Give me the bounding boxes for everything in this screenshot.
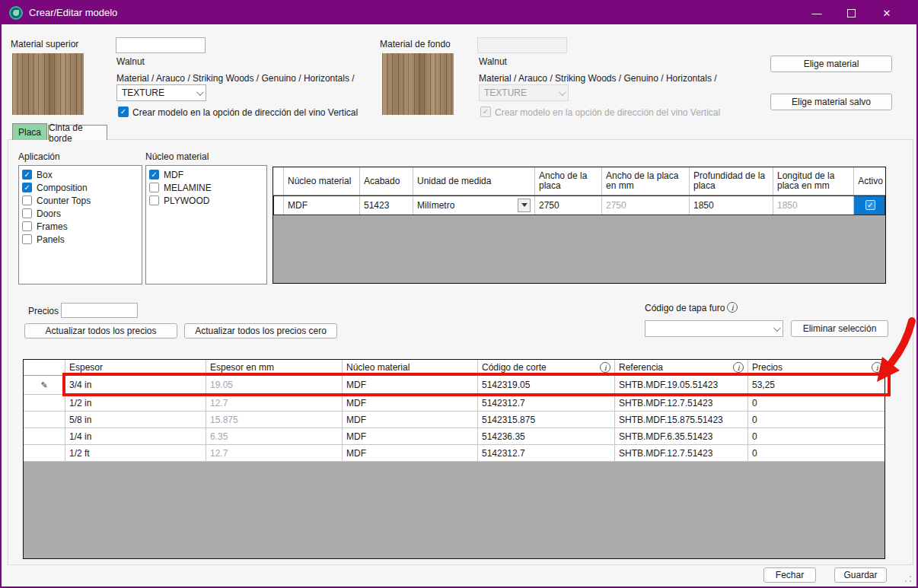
nucleo-material-listbox: ✓MDF MELAMINE PLYWOOD: [145, 165, 267, 284]
list-item-plywood[interactable]: PLYWOOD: [148, 194, 265, 207]
material-fondo-name: Walnut: [479, 56, 507, 67]
codigo-tapa-furo-label: Código de tapa furo: [645, 303, 725, 313]
checkbox-icon[interactable]: [22, 208, 32, 218]
material-superior-map-select[interactable]: TEXTURE: [116, 84, 206, 101]
espesor-grid-header: Espesor Espesor en mm Núcleo material Có…: [24, 360, 885, 376]
unidad-medida-cell[interactable]: Milímetro: [413, 195, 535, 215]
maximize-icon: [847, 9, 856, 17]
minimize-button[interactable]: —: [800, 2, 834, 24]
chevron-down-icon: [769, 326, 783, 332]
clear-selection-button[interactable]: Eliminar selección: [791, 320, 888, 337]
info-icon: i: [872, 362, 882, 373]
choose-saved-material-button[interactable]: Elige material salvo: [770, 94, 892, 110]
material-fondo-name-input: [477, 37, 567, 53]
list-item-frames[interactable]: Frames: [21, 220, 140, 233]
placa-grid-row[interactable]: MDF 51423 Milímetro 2750 2750 1850 1850 …: [273, 195, 885, 215]
update-all-prices-button[interactable]: Actualizar todos los precios: [24, 323, 177, 338]
material-fondo-label: Material de fondo: [380, 39, 451, 49]
table-row[interactable]: 1/4 in 6.35 MDF 514236.35 SHTB.MDF.6.35.…: [24, 428, 885, 445]
table-row[interactable]: ✎ 3/4 in 19.05 MDF 5142319.05 SHTB.MDF.1…: [24, 376, 885, 395]
vertical-direction-checkbox[interactable]: ✓: [118, 106, 129, 117]
activo-checkbox[interactable]: ✓: [865, 200, 875, 210]
cell-dropdown-button[interactable]: [518, 199, 531, 212]
codigo-tapa-furo-select[interactable]: [645, 320, 783, 337]
list-item-melamine[interactable]: MELAMINE: [148, 181, 265, 194]
checkbox-icon[interactable]: ✓: [22, 170, 32, 180]
checkbox-icon[interactable]: [22, 234, 32, 244]
aplicacion-listbox: ✓Box ✓Composition Counter Tops Doors Fra…: [18, 165, 142, 284]
chevron-down-icon: [554, 91, 568, 96]
material-fondo-swatch[interactable]: [382, 53, 454, 115]
material-superior-name: Walnut: [116, 56, 145, 67]
choose-material-button[interactable]: Elige material: [770, 56, 892, 72]
checkbox-icon[interactable]: [149, 183, 159, 192]
table-row[interactable]: 1/2 in 12.7 MDF 5142312.7 SHTB.MDF.12.7.…: [24, 395, 885, 412]
list-item-mdf[interactable]: ✓MDF: [148, 168, 265, 181]
edit-pencil-icon: ✎: [40, 380, 47, 390]
info-icon: i: [733, 362, 744, 373]
nucleo-material-label: Núcleo material: [145, 151, 209, 162]
close-button[interactable]: ✕: [870, 2, 904, 24]
close-dialog-button[interactable]: Fechar: [763, 567, 816, 583]
maximize-button[interactable]: [834, 2, 868, 24]
precios-input[interactable]: [61, 303, 138, 318]
checkbox-icon[interactable]: [149, 195, 159, 205]
list-item-counter-tops[interactable]: Counter Tops: [21, 194, 140, 207]
info-icon: i: [727, 302, 738, 313]
resize-grip[interactable]: [904, 575, 912, 583]
chevron-down-icon: [192, 91, 206, 96]
update-all-prices-zero-button[interactable]: Actualizar todos los precios cero: [184, 323, 337, 338]
checkbox-icon[interactable]: ✓: [22, 183, 32, 192]
material-superior-name-input[interactable]: [116, 37, 206, 53]
window-title: Crear/Editar modelo: [29, 7, 117, 18]
tab-placa[interactable]: Placa: [12, 123, 47, 140]
vertical-direction-label-disabled: Crear modelo en la opción de dirección d…: [495, 107, 720, 118]
list-item-box[interactable]: ✓Box: [21, 168, 140, 181]
title-bar: Crear/Editar modelo — ✕: [2, 2, 916, 24]
table-row[interactable]: 5/8 in 15.875 MDF 5142315.875 SHTB.MDF.1…: [24, 412, 885, 428]
precios-label: Precios: [28, 306, 59, 316]
material-superior-label: Material superior: [11, 39, 78, 49]
material-fondo-path: Material / Arauco / Striking Woods / Gen…: [479, 73, 717, 84]
list-item-doors[interactable]: Doors: [21, 207, 140, 220]
espesor-grid: Espesor Espesor en mm Núcleo material Có…: [23, 359, 885, 559]
table-row[interactable]: 1/2 ft 12.7 MDF 5142312.7 SHTB.MDF.12.7.…: [24, 445, 885, 462]
list-item-composition[interactable]: ✓Composition: [21, 181, 140, 194]
vertical-direction-label: Crear modelo en la opción de dirección d…: [132, 107, 358, 118]
material-superior-path: Material / Arauco / Striking Woods / Gen…: [116, 73, 355, 84]
checkbox-icon[interactable]: [22, 195, 32, 205]
material-superior-swatch[interactable]: [12, 53, 84, 115]
checkbox-icon[interactable]: [22, 221, 32, 231]
aplicacion-label: Aplicación: [18, 151, 60, 162]
save-button[interactable]: Guardar: [834, 567, 887, 583]
placa-grid: Núcleo material Acabado Unidad de medida…: [273, 167, 886, 284]
dialog-window: Crear/Editar modelo — ✕ Material superio…: [0, 0, 918, 588]
list-item-panels[interactable]: Panels: [21, 233, 140, 246]
material-fondo-map-select: TEXTURE: [479, 84, 569, 101]
activo-cell[interactable]: ✓: [854, 195, 886, 215]
checkbox-icon[interactable]: ✓: [149, 170, 159, 180]
tab-cinta-de-borde[interactable]: Cinta de borde: [48, 125, 107, 140]
vertical-direction-checkbox-disabled: ✓: [480, 106, 491, 117]
app-icon: [9, 6, 23, 20]
info-icon: i: [600, 362, 610, 373]
placa-grid-header: Núcleo material Acabado Unidad de medida…: [273, 167, 885, 195]
